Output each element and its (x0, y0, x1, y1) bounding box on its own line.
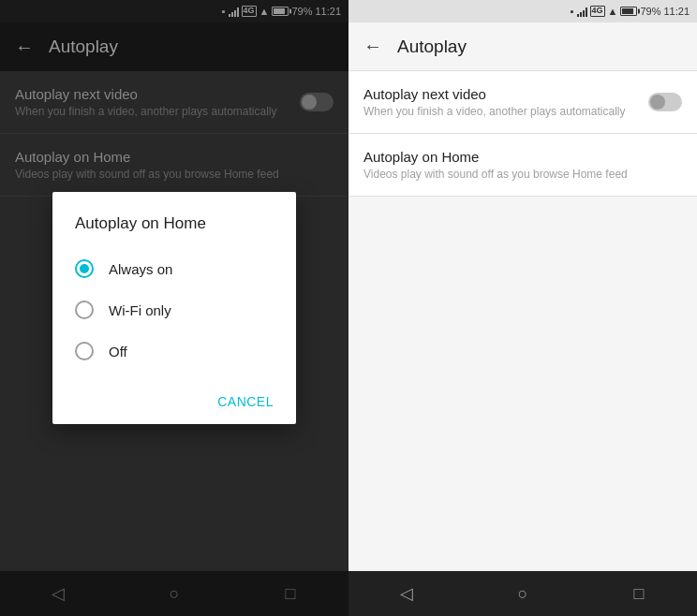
right-settings-content: Autoplay next video When you finish a vi… (348, 71, 697, 571)
autoplay-on-home-dialog: Autoplay on Home Always on Wi-Fi only Of… (52, 192, 296, 424)
right-autoplay-on-home-title: Autoplay on Home (363, 149, 682, 165)
radio-wifi-only[interactable] (75, 301, 94, 319)
dialog-actions: CANCEL (52, 379, 296, 424)
radio-always-on-fill (80, 264, 89, 273)
radio-always-on[interactable] (75, 259, 94, 278)
dialog-cancel-button[interactable]: CANCEL (210, 387, 281, 417)
right-page-title: Autoplay (397, 37, 467, 57)
right-time: 11:21 (663, 6, 690, 17)
right-autoplay-on-home-item[interactable]: Autoplay on Home Videos play with sound … (348, 134, 697, 197)
radio-off[interactable] (75, 342, 94, 360)
right-signal-bars (577, 6, 587, 17)
right-vibrate-icon: ▪ (571, 6, 574, 17)
dialog-option-off[interactable]: Off (52, 330, 296, 372)
dialog-option-always-on[interactable]: Always on (52, 248, 296, 289)
dialog-option-off-label: Off (109, 344, 127, 359)
right-back-nav-icon[interactable]: ◁ (388, 575, 425, 612)
dialog-option-wifi-only-label: Wi-Fi only (109, 302, 171, 318)
right-autoplay-next-video-item[interactable]: Autoplay next video When you finish a vi… (348, 71, 697, 134)
right-wifi-icon: ▲ (608, 6, 618, 17)
dialog-overlay: Autoplay on Home Always on Wi-Fi only Of… (0, 0, 348, 616)
right-lte-badge: 4G (590, 6, 605, 17)
right-recent-nav-icon[interactable]: □ (620, 575, 658, 612)
dialog-option-always-on-label: Always on (109, 261, 172, 277)
left-panel: ▪ 4G ▲ 79% 11:21 ← Autoplay A (0, 0, 348, 616)
right-autoplay-on-home-text: Autoplay on Home Videos play with sound … (363, 149, 682, 181)
right-app-bar: ← Autoplay (348, 22, 697, 71)
right-battery-icon (620, 7, 637, 16)
right-autoplay-next-video-title: Autoplay next video (363, 86, 648, 102)
dialog-title: Autoplay on Home (52, 214, 296, 248)
right-battery-percent: 79% (640, 6, 660, 17)
right-autoplay-next-video-toggle[interactable] (648, 93, 682, 111)
right-home-nav-icon[interactable]: ○ (504, 575, 541, 612)
right-autoplay-next-video-subtitle: When you finish a video, another plays a… (363, 105, 648, 118)
right-autoplay-on-home-subtitle: Videos play with sound off as you browse… (363, 168, 682, 181)
right-status-icons: ▪ 4G ▲ 79% 11:21 (571, 6, 690, 17)
right-bottom-nav: ◁ ○ □ (348, 571, 697, 616)
right-back-button[interactable]: ← (363, 36, 382, 57)
right-status-bar: ▪ 4G ▲ 79% 11:21 (348, 0, 697, 22)
right-panel: ▪ 4G ▲ 79% 11:21 ← Autoplay Autoplay nex… (348, 0, 697, 616)
right-autoplay-next-video-text: Autoplay next video When you finish a vi… (363, 86, 648, 118)
dialog-option-wifi-only[interactable]: Wi-Fi only (52, 289, 296, 330)
